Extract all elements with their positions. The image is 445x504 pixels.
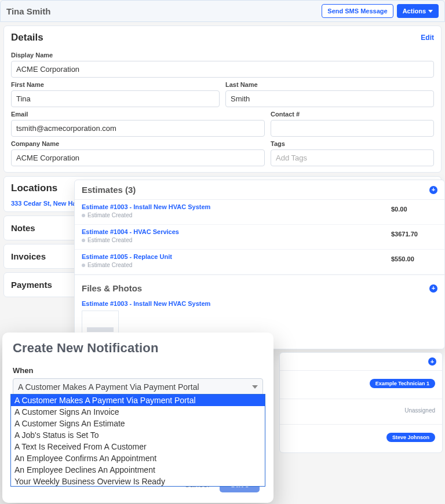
file-link[interactable]: Estimate #1003 - Install New HVAC System	[82, 300, 437, 307]
tags-input[interactable]	[271, 149, 434, 166]
estimate-link[interactable]: Estimate #1005 - Replace Unit	[82, 253, 172, 260]
label-email: Email	[11, 111, 265, 118]
tab-payments[interactable]: Payments	[3, 272, 78, 297]
dropdown-option[interactable]: A Customer Makes A Payment Via Payment P…	[11, 395, 265, 406]
create-notification-modal: Create New Notification When A Customer …	[2, 333, 273, 503]
modal-title: Create New Notification	[13, 341, 263, 356]
dropdown-option[interactable]: An Employee Declines An Appointment	[11, 464, 265, 476]
edit-link[interactable]: Edit	[421, 34, 434, 42]
estimate-status: Estimate Created	[82, 237, 179, 243]
page-header: Tina Smith Send SMS Message Actions	[0, 0, 445, 22]
header-actions: Send SMS Message Actions	[322, 4, 439, 18]
technician-badge[interactable]: Steve Johnson	[386, 433, 435, 442]
estimate-link[interactable]: Estimate #1003 - Install New HVAC System	[82, 203, 210, 210]
display-name-input[interactable]	[11, 61, 434, 78]
technician-unassigned: Unassigned	[404, 407, 435, 414]
first-name-input[interactable]	[11, 90, 220, 107]
estimate-row[interactable]: Estimate #1005 - Replace Unit Estimate C…	[75, 250, 444, 275]
chevron-down-icon	[252, 385, 258, 389]
dropdown-option[interactable]: A Text Is Received From A Customer	[11, 441, 265, 452]
estimate-row[interactable]: Estimate #1003 - Install New HVAC System…	[75, 200, 444, 225]
assignment-row: Example Technician 1	[280, 370, 442, 399]
when-selected-value: A Customer Makes A Payment Via Payment P…	[18, 382, 199, 392]
dropdown-option[interactable]: A Customer Signs An Invoice	[11, 406, 265, 418]
estimates-panel: Estimates (3) + Estimate #1003 - Install…	[74, 180, 445, 349]
status-dot-icon	[82, 239, 85, 242]
estimate-amount: $3671.70	[391, 228, 437, 243]
locations-title: Locations	[11, 182, 57, 194]
dropdown-option[interactable]: Your Weekly Business Overview Is Ready	[11, 476, 265, 487]
dropdown-option[interactable]: An Employee Confirms An Appointment	[11, 452, 265, 464]
last-name-input[interactable]	[225, 90, 434, 107]
add-estimate-icon[interactable]: +	[429, 186, 437, 194]
when-select[interactable]: A Customer Makes A Payment Via Payment P…	[13, 378, 263, 396]
assignments-panel: + Example Technician 1 Unassigned Steve …	[279, 352, 443, 453]
actions-button[interactable]: Actions	[397, 4, 439, 18]
label-contact: Contact #	[271, 111, 434, 118]
assignment-row: Steve Johnson	[280, 424, 442, 452]
estimate-status: Estimate Created	[82, 262, 172, 268]
assignment-row: Unassigned	[280, 399, 442, 424]
label-company: Company Name	[11, 140, 265, 147]
tab-notes[interactable]: Notes	[3, 216, 78, 240]
label-display-name: Display Name	[11, 52, 434, 59]
chevron-down-icon	[428, 10, 433, 13]
estimate-amount: $0.00	[391, 203, 437, 218]
add-file-icon[interactable]: +	[429, 284, 437, 293]
add-assignment-icon[interactable]: +	[428, 357, 436, 366]
estimates-title: Estimates (3)	[82, 185, 136, 195]
details-title: Details	[11, 32, 43, 43]
details-card: Details Edit Display Name First Name Las…	[3, 25, 442, 173]
status-dot-icon	[82, 264, 85, 267]
dropdown-option[interactable]: A Job's Status is Set To	[11, 429, 265, 441]
actions-label: Actions	[403, 8, 426, 14]
status-dot-icon	[82, 214, 85, 217]
contact-input[interactable]	[271, 120, 434, 137]
files-title: Files & Photos	[82, 283, 142, 293]
email-input[interactable]	[11, 120, 265, 137]
label-first-name: First Name	[11, 81, 220, 88]
tab-invoices[interactable]: Invoices	[3, 244, 78, 269]
company-input[interactable]	[11, 149, 265, 166]
when-label: When	[13, 366, 263, 375]
dropdown-option[interactable]: A Customer Signs An Estimate	[11, 418, 265, 429]
page-title: Tina Smith	[6, 6, 50, 16]
label-tags: Tags	[271, 140, 434, 147]
estimate-status: Estimate Created	[82, 212, 210, 218]
send-sms-button[interactable]: Send SMS Message	[322, 4, 393, 18]
technician-badge[interactable]: Example Technician 1	[370, 379, 435, 388]
when-dropdown: A Customer Makes A Payment Via Payment P…	[10, 394, 265, 487]
estimate-row[interactable]: Estimate #1004 - HVAC Services Estimate …	[75, 225, 444, 250]
estimate-amount: $550.00	[391, 253, 437, 268]
label-last-name: Last Name	[225, 81, 434, 88]
estimate-link[interactable]: Estimate #1004 - HVAC Services	[82, 228, 179, 235]
